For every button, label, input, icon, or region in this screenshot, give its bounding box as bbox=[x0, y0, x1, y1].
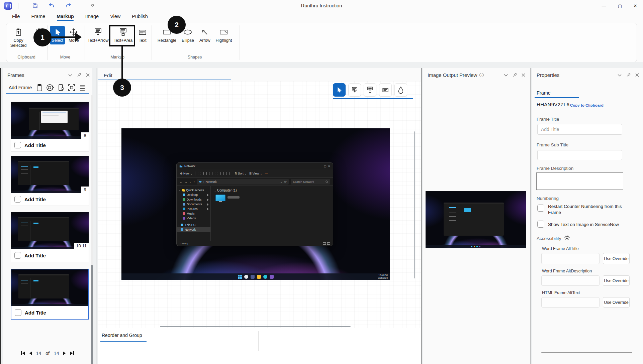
frame-title-label: Add Title bbox=[25, 310, 46, 316]
menu-markup[interactable]: Markup bbox=[57, 14, 74, 19]
frame-title-checkbox[interactable] bbox=[14, 252, 21, 259]
menu-frame[interactable]: Frame bbox=[31, 14, 45, 19]
last-page-button[interactable] bbox=[69, 351, 74, 356]
text-button[interactable]: Text bbox=[136, 26, 149, 44]
add-frame-underline bbox=[6, 93, 89, 94]
word-alttitle-input[interactable] bbox=[541, 253, 600, 264]
annotation-step-1: 1 bbox=[33, 28, 52, 46]
panel-splitter[interactable] bbox=[96, 68, 96, 364]
menu-file[interactable]: File bbox=[12, 14, 20, 19]
search-taskbar-icon bbox=[244, 275, 248, 279]
word-alttitle-override-button[interactable]: Use Override bbox=[603, 253, 630, 264]
show-text-label: Show Text on Image in ServiceNow bbox=[548, 222, 632, 228]
close-button[interactable]: ✕ bbox=[628, 0, 643, 11]
device-capture-button[interactable] bbox=[57, 83, 65, 92]
frame-card-4-selected[interactable]: Add Title bbox=[11, 269, 89, 320]
canvas-text-tool[interactable] bbox=[379, 83, 392, 97]
first-page-button[interactable] bbox=[21, 351, 26, 356]
maximize-button[interactable]: ▢ bbox=[612, 0, 628, 11]
forward-icon: → bbox=[184, 180, 187, 184]
frame-description-textarea[interactable] bbox=[536, 172, 623, 190]
restart-counter-checkbox[interactable] bbox=[537, 205, 544, 212]
frame-subtitle-input[interactable] bbox=[537, 150, 622, 160]
gear-icon[interactable] bbox=[564, 235, 570, 241]
paste-frame-button[interactable] bbox=[35, 83, 44, 92]
previous-page-button[interactable] bbox=[29, 351, 32, 356]
canvas-select-tool[interactable] bbox=[333, 83, 346, 97]
frame-properties-tab[interactable]: Frame bbox=[537, 90, 551, 96]
panel-collapse-icon[interactable] bbox=[504, 74, 508, 77]
panel-collapse-icon[interactable] bbox=[618, 74, 622, 77]
menubar: File Frame Markup Image View Publish bbox=[0, 11, 643, 21]
canvas-blur-tool[interactable] bbox=[394, 83, 407, 97]
html-alttext-input[interactable] bbox=[541, 297, 600, 308]
canvas-text-area-tool[interactable] bbox=[364, 83, 376, 97]
highlight-button[interactable]: Highlight bbox=[214, 26, 234, 44]
copy-selected-button[interactable]: Copy Selected bbox=[7, 26, 30, 49]
frame-card-1[interactable]: 8 Add Title bbox=[11, 102, 89, 152]
reorder-and-group-tab[interactable]: Reorder and Group bbox=[102, 333, 142, 338]
camera-capture-button[interactable] bbox=[46, 83, 55, 92]
rectangle-label: Rectangle bbox=[158, 38, 176, 43]
pin-icon[interactable] bbox=[77, 73, 81, 77]
panel-splitter[interactable] bbox=[422, 68, 422, 364]
canvas-text-arrow-tool[interactable] bbox=[348, 83, 361, 97]
select-button[interactable]: Select bbox=[50, 26, 65, 44]
annotation-connector-line bbox=[121, 46, 123, 79]
word-altdescription-override-button[interactable]: Use Override bbox=[603, 275, 630, 286]
minimize-button[interactable]: — bbox=[596, 0, 612, 11]
frames-scrollbar-thumb[interactable] bbox=[91, 265, 93, 364]
frame-card-2[interactable]: 9 Add Title bbox=[11, 156, 89, 206]
screen-capture-button[interactable] bbox=[67, 83, 76, 92]
divider bbox=[0, 68, 1, 364]
text-arrow-button[interactable]: Text+Arrow bbox=[86, 26, 110, 44]
arrow-button[interactable]: Arrow bbox=[198, 26, 212, 44]
text-label: Text bbox=[139, 38, 147, 43]
canvas-hscrollbar[interactable] bbox=[160, 326, 351, 327]
frame-card-3[interactable]: 10 11 Add Title bbox=[11, 212, 89, 262]
edit-canvas[interactable]: Network ▢ ✕ ⊕ New ⌄ ⇅ Sort ⌄ bbox=[98, 81, 421, 328]
frame-list-button[interactable] bbox=[78, 83, 87, 92]
info-icon[interactable]: i bbox=[479, 73, 484, 77]
close-icon[interactable] bbox=[522, 73, 525, 77]
annotation-highlight-box bbox=[109, 25, 135, 46]
copy-to-clipboard-link[interactable]: Copy to Clipboard bbox=[570, 103, 604, 107]
frames-panel-title: Frames bbox=[7, 72, 24, 78]
word-altdescription-input[interactable] bbox=[541, 275, 600, 286]
canvas-vscrollbar[interactable] bbox=[414, 131, 415, 278]
next-page-button[interactable] bbox=[63, 351, 66, 356]
frame-description-field-label: Frame Description bbox=[537, 166, 573, 171]
rename-icon bbox=[215, 172, 218, 175]
frame-badge: 8 bbox=[81, 132, 89, 139]
pin-icon[interactable] bbox=[626, 73, 631, 77]
frame-title-checkbox[interactable] bbox=[15, 309, 21, 316]
frame-title-input[interactable] bbox=[537, 124, 622, 135]
show-text-checkbox[interactable] bbox=[537, 221, 544, 228]
menu-image[interactable]: Image bbox=[85, 14, 99, 19]
html-alttext-override-button[interactable]: Use Override bbox=[603, 297, 630, 308]
menu-view[interactable]: View bbox=[110, 14, 120, 19]
frame-thumbnail-3: 10 11 bbox=[11, 212, 89, 249]
accessibility-section-label: Accessibility bbox=[537, 236, 561, 241]
add-frame-row: Add Frame bbox=[6, 82, 89, 93]
edit-toolbar bbox=[333, 83, 407, 97]
pin-icon[interactable] bbox=[513, 73, 517, 77]
canvas-screenshot[interactable]: Network ▢ ✕ ⊕ New ⌄ ⇅ Sort ⌄ bbox=[121, 128, 390, 280]
properties-hscrollbar[interactable] bbox=[541, 352, 632, 353]
computer-name-redacted bbox=[227, 196, 240, 199]
close-icon[interactable] bbox=[635, 73, 639, 77]
frame-title-checkbox[interactable] bbox=[14, 196, 21, 203]
menu-publish[interactable]: Publish bbox=[132, 14, 148, 19]
frame-title-label: Add Title bbox=[24, 142, 46, 148]
close-icon[interactable] bbox=[86, 73, 90, 77]
frame-title-checkbox[interactable] bbox=[14, 142, 21, 148]
panel-splitter[interactable] bbox=[531, 68, 531, 364]
frame-title-label: Add Title bbox=[24, 253, 46, 258]
ribbon-group-shapes-label: Shapes bbox=[152, 55, 238, 59]
windows-start-icon bbox=[238, 275, 242, 279]
panel-collapse-icon[interactable] bbox=[68, 74, 72, 77]
text-area-icon bbox=[366, 86, 374, 94]
edit-tab[interactable]: Edit bbox=[104, 73, 112, 78]
window-title: Runthru Instruction bbox=[0, 3, 643, 8]
computer-icon bbox=[215, 195, 225, 201]
